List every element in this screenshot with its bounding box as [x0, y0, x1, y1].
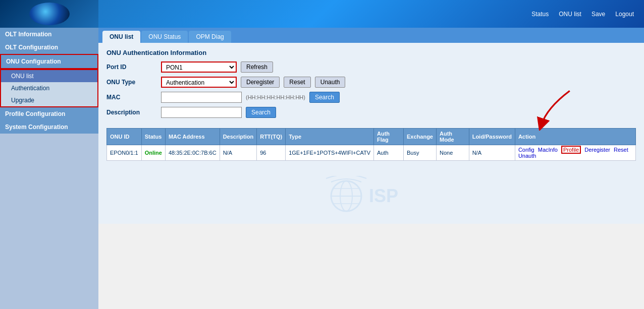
nav-save[interactable]: Save — [592, 11, 605, 18]
tab-onu-list[interactable]: ONU list — [102, 31, 140, 43]
svg-point-1 — [331, 181, 361, 211]
search-button[interactable]: Search — [309, 92, 340, 103]
table-container: ONU ID Status MAC Address Description RT… — [106, 128, 636, 161]
col-exchange: Exchange — [404, 129, 437, 145]
table-row: EPON0/1:1 Online 48:35:2E:0C:7B:6C N/A 9… — [107, 145, 636, 161]
top-header: Status ONU list Save Logout — [0, 0, 644, 28]
svg-text:ISP: ISP — [369, 186, 398, 206]
cell-status: Online — [141, 145, 165, 161]
col-description: Description — [220, 129, 257, 145]
col-status: Status — [141, 129, 165, 145]
description-input[interactable] — [161, 107, 242, 118]
action-reset[interactable]: Reset — [614, 147, 628, 153]
col-auth-mode: Auth Mode — [436, 129, 469, 145]
cell-loid: N/A — [469, 145, 515, 161]
content-area: ONU Authentication Information Port ID P… — [98, 43, 644, 224]
sidebar-item-profile-configuration[interactable]: Profile Configuration — [0, 107, 98, 120]
logo-globe — [29, 3, 70, 25]
refresh-button[interactable]: Refresh — [241, 61, 273, 73]
onu-type-select[interactable]: Authentication All — [161, 77, 237, 88]
port-id-row: Port ID PON1 PON2 PON3 PON4 Refresh — [106, 61, 636, 73]
action-profile[interactable]: Profile — [561, 146, 581, 154]
col-action: Action — [515, 129, 635, 145]
onu-table: ONU ID Status MAC Address Description RT… — [106, 128, 636, 161]
port-id-select[interactable]: PON1 PON2 PON3 PON4 — [161, 61, 237, 73]
tab-onu-status[interactable]: ONU Status — [141, 31, 188, 43]
annotation-arrow — [530, 85, 575, 131]
col-mac: MAC Address — [165, 129, 220, 145]
layout: OLT Information OLT Configuration ONU Co… — [0, 28, 644, 309]
tab-opm-diag[interactable]: OPM Diag — [189, 31, 231, 43]
sidebar-item-olt-configuration[interactable]: OLT Configuration — [0, 41, 98, 54]
port-id-label: Port ID — [106, 64, 157, 71]
tab-bar: ONU list ONU Status OPM Diag — [98, 28, 644, 43]
col-loid: Loid/Password — [469, 129, 515, 145]
nav-status[interactable]: Status — [531, 11, 549, 18]
nav-onu-list[interactable]: ONU list — [559, 11, 581, 18]
description-label: Description — [106, 109, 157, 116]
mac-hint: (HH:HH:HH:HH:HH:HH) — [246, 94, 305, 100]
action-unauth[interactable]: Unauth — [518, 153, 536, 159]
cell-auth-flag: Auth — [373, 145, 403, 161]
action-deregister[interactable]: Deregister — [584, 147, 610, 153]
cell-exchange: Busy — [404, 145, 437, 161]
action-config[interactable]: Config — [518, 147, 534, 153]
reset-button[interactable]: Reset — [284, 77, 310, 88]
cell-onu-id: EPON0/1:1 — [107, 145, 142, 161]
sidebar-item-upgrade[interactable]: Upgrade — [1, 94, 97, 106]
deregister-button[interactable]: Deregister — [241, 77, 280, 88]
col-onu-id: ONU ID — [107, 129, 142, 145]
cell-action: Config MacInfo Profile Deregister Reset … — [515, 145, 635, 161]
sidebar-item-olt-information[interactable]: OLT Information — [0, 28, 98, 41]
cell-type: 1GE+1FE+1POTS+4WIFI+CATV — [286, 145, 374, 161]
cell-auth-mode: None — [436, 145, 469, 161]
sidebar-item-onu-list[interactable]: ONU list — [1, 70, 97, 82]
sidebar-item-system-configuration[interactable]: System Configuration — [0, 120, 98, 134]
svg-point-2 — [340, 181, 352, 211]
cell-mac: 48:35:2E:0C:7B:6C — [165, 145, 220, 161]
sidebar: OLT Information OLT Configuration ONU Co… — [0, 28, 98, 309]
col-rtt: RTT(TQ) — [257, 129, 286, 145]
main-content: ONU list ONU Status OPM Diag ONU Authent… — [98, 28, 644, 309]
onu-type-label: ONU Type — [106, 79, 157, 86]
cell-description: N/A — [220, 145, 257, 161]
watermark: ISP — [106, 176, 636, 218]
col-type: Type — [286, 129, 374, 145]
mac-input[interactable] — [161, 92, 242, 103]
cell-rtt: 96 — [257, 145, 286, 161]
unauth-button[interactable]: Unauth — [315, 77, 346, 88]
col-auth-flag: Auth Flag — [373, 129, 403, 145]
logo-area — [0, 0, 98, 28]
action-macinfo[interactable]: MacInfo — [538, 147, 558, 153]
nav-logout[interactable]: Logout — [615, 11, 634, 18]
top-nav: Status ONU list Save Logout — [531, 11, 634, 18]
page-title: ONU Authentication Information — [106, 49, 636, 56]
mac-label: MAC — [106, 94, 157, 101]
sidebar-item-onu-configuration[interactable]: ONU Configuration — [0, 54, 98, 69]
sidebar-item-authentication[interactable]: Authentication — [1, 82, 97, 94]
search2-button[interactable]: Search — [246, 107, 276, 118]
